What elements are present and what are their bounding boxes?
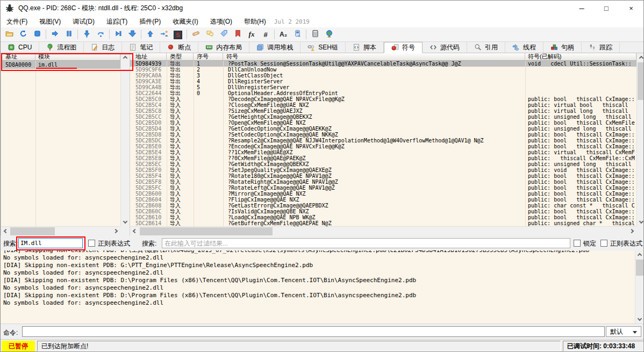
command-input[interactable]	[22, 326, 605, 337]
pause-button[interactable]	[62, 28, 76, 41]
modules-column-header[interactable]: 基址	[1, 53, 35, 61]
labels-button[interactable]	[217, 28, 231, 41]
step-down-button[interactable]	[125, 28, 139, 41]
scroll-down-button[interactable]	[121, 218, 130, 226]
tab-seh[interactable]: SEH链	[300, 42, 346, 53]
tab-handles[interactable]: 句柄	[543, 42, 582, 53]
symbol-row[interactable]: 5DC2B5E0导入?Encode@CxImage@@QAE_NPAVCxFil…	[130, 143, 636, 149]
tab-source[interactable]: 源代码	[423, 42, 467, 53]
symbol-row[interactable]: 5DC22644导出0OptionalHeader.AddressOfEntry…	[130, 90, 636, 96]
symbol-row[interactable]: 5DC2B5F4导入?Rotate180@CxImage@@QAE_NPAV1@…	[130, 173, 636, 179]
symbol-row[interactable]: 5D99CA3E导出4DllRegisterServer	[130, 78, 636, 84]
symbol-row[interactable]: 5D99CA4B导出5DllUnregisterServer	[130, 84, 636, 90]
symbol-row[interactable]: 5DC2B5C0导入?Decode@CxImage@@QAE_NPAVCxFil…	[130, 96, 636, 102]
step-over-button[interactable]	[94, 28, 108, 41]
symbol-row[interactable]: 5DC2B5DC导入?Resample2@CxImage@@QAE_NJJW4I…	[130, 138, 636, 143]
symbol-row[interactable]: 5DC2B5C8导入?Size@CxMemFile@@UAEJXZpublic:…	[130, 108, 636, 114]
comments-button[interactable]	[203, 28, 217, 41]
tab-script[interactable]: 脚本	[346, 42, 384, 53]
module-row[interactable]: 5D8A0000im.dll	[1, 61, 120, 69]
menu-item-4[interactable]: 追踪(T)	[101, 16, 133, 27]
symbol-row[interactable]: 5DC2B614导入?GetBuffer@CxMemFile@@QAEPAE_N…	[130, 220, 636, 226]
symbol-row[interactable]: 5DC2B608导入?GetLastError@CxImage@@QAEPBDX…	[130, 203, 636, 209]
patches-button[interactable]	[189, 28, 203, 41]
maximize-button[interactable]: □	[594, 1, 619, 16]
lock-checkbox[interactable]	[574, 240, 581, 247]
symbol-row[interactable]: 5DC2B600导入?Mirror@CxImage@@QAE_NXZpublic…	[130, 191, 636, 197]
symbol-row[interactable]: 5DC2B5F0导入?SetJpegQuality@CxImage@@QAEXE…	[130, 167, 636, 173]
symbols-column-header[interactable]: 序号	[194, 53, 223, 61]
symbol-row[interactable]: 5D99CA0A导出3DllGetClassObject	[130, 73, 636, 78]
symbol-row[interactable]: 5DC2B5D4导入?GetCodecOption@CxImage@@QAEKK…	[130, 126, 636, 132]
symbol-row[interactable]: 5DC2B604导入?Flip@CxImage@@QAE_NXZpublic: …	[130, 197, 636, 203]
tab-memory-map[interactable]: 内存布局	[198, 42, 249, 53]
scylla-plugin-button[interactable]: S	[171, 28, 185, 41]
tab-breakpoints[interactable]: 断点	[160, 42, 198, 53]
scroll-down-button[interactable]	[635, 315, 643, 324]
run-to-user-code-button[interactable]	[157, 28, 171, 41]
execute-till-return-button[interactable]	[143, 28, 157, 41]
scroll-left-button[interactable]	[1, 227, 10, 235]
scrollbar-thumb[interactable]	[636, 260, 643, 276]
scrollbar-thumb[interactable]	[140, 227, 273, 235]
calculator-button[interactable]	[308, 28, 322, 41]
symbol-row[interactable]: 5DC2B5FC导入?RotateLeft@CxImage@@QAE_NPAV1…	[130, 185, 636, 191]
symbols-horizontal-scrollbar[interactable]	[130, 226, 636, 235]
regex-filter-checkbox[interactable]	[600, 240, 607, 247]
tab-cpu[interactable]: CPU	[1, 42, 39, 53]
menu-item-5[interactable]: 插件(P)	[133, 16, 167, 27]
symbol-row[interactable]: 5DC2B5E4导入??1CxMemFile@@UAE@XZpublic: vi…	[130, 149, 636, 155]
scroll-down-button[interactable]	[637, 218, 644, 226]
symbol-row[interactable]: 5DC2B5F8导入?RotateRight@CxImage@@QAE_NPAV…	[130, 179, 636, 185]
font-button[interactable]: A₂	[276, 28, 290, 41]
symbols-column-header[interactable]: 符号	[223, 53, 525, 61]
menu-item-8[interactable]: 帮助(H)	[238, 16, 272, 27]
scrollbar-thumb[interactable]	[638, 62, 644, 100]
skip-button[interactable]	[111, 28, 125, 41]
symbol-row[interactable]: 5D984939导出1?PostTask_Session@SessionTask…	[130, 61, 636, 67]
step-into-button[interactable]	[80, 28, 94, 41]
scroll-right-button[interactable]	[628, 227, 636, 235]
title-bar[interactable]: QQ.exe - PID: 268C - 模块: ntdll.dll - 线程:…	[1, 1, 643, 16]
symbol-row[interactable]: 5DC2B5E8导入??0CxMemFile@@QAE@PAEK@Zpublic…	[130, 155, 636, 161]
scrollbar-thumb[interactable]	[10, 227, 55, 235]
symbols-column-header[interactable]: 符号(已解码)	[525, 53, 636, 61]
menu-item-3[interactable]: 调试(D)	[67, 16, 101, 27]
tab-symbols[interactable]: 符号	[384, 42, 423, 53]
symbol-row[interactable]: 5DC2B5EC导入?GetWidth@CxImage@@QBEKXZpubli…	[130, 161, 636, 167]
hash-button[interactable]: #	[259, 28, 273, 41]
tab-threads[interactable]: 线程	[505, 42, 543, 53]
modules-vertical-scrollbar[interactable]	[120, 53, 129, 226]
modules-column-header[interactable]: 模块	[35, 53, 120, 61]
symbols-column-header[interactable]: 类型	[167, 53, 194, 61]
tab-graph[interactable]: 流程图	[39, 42, 84, 53]
tab-notes[interactable]: 笔记	[122, 42, 160, 53]
scroll-up-button[interactable]	[637, 53, 644, 62]
functions-button[interactable]: fx	[245, 28, 259, 41]
scroll-left-button[interactable]	[130, 227, 139, 235]
tab-call-stack[interactable]: 调用堆栈	[249, 42, 300, 53]
close-button[interactable]: ×	[619, 1, 643, 16]
log-vertical-scrollbar[interactable]	[635, 250, 643, 324]
modules-horizontal-scrollbar[interactable]	[1, 226, 120, 235]
symbol-row[interactable]: 5D99C9F6导出2DllCanUnloadNow	[130, 67, 636, 73]
symbol-row[interactable]: 5DC2B60C导入?IsValid@CxImage@@QBE_NXZpubli…	[130, 209, 636, 214]
symbol-row[interactable]: 5DC2B5D0导入?Open@CxMemFile@@QAE_NXZpublic…	[130, 120, 636, 126]
globe-button[interactable]	[322, 28, 336, 41]
menu-item-6[interactable]: 收藏夹(I)	[167, 16, 204, 27]
open-file-button[interactable]	[2, 28, 16, 41]
symbols-column-header[interactable]: 地址	[130, 53, 167, 61]
log-panel[interactable]: [DIA] Skipping non-existent PDB: D:\工具\破…	[1, 250, 643, 324]
close-button[interactable]	[30, 28, 44, 41]
scroll-up-button[interactable]	[121, 53, 130, 62]
symbol-row[interactable]: 5DC2B5CC导入?GetHeight@CxImage@@QBEKXZpubl…	[130, 114, 636, 120]
symbol-row[interactable]: 5DC2B610导入?Load@CxImage@@QAE_NPB_WK@Zpub…	[130, 214, 636, 220]
device-button[interactable]	[290, 28, 304, 41]
symbol-search-input[interactable]	[18, 238, 83, 248]
command-profile-select[interactable]: 默认	[606, 326, 641, 337]
regex-checkbox[interactable]	[88, 240, 95, 247]
menu-item-1[interactable]: 文件(F)	[1, 16, 33, 27]
tab-log[interactable]: 日志	[84, 42, 122, 53]
symbols-vertical-scrollbar[interactable]	[636, 53, 644, 226]
bookmarks-button[interactable]	[231, 28, 245, 41]
